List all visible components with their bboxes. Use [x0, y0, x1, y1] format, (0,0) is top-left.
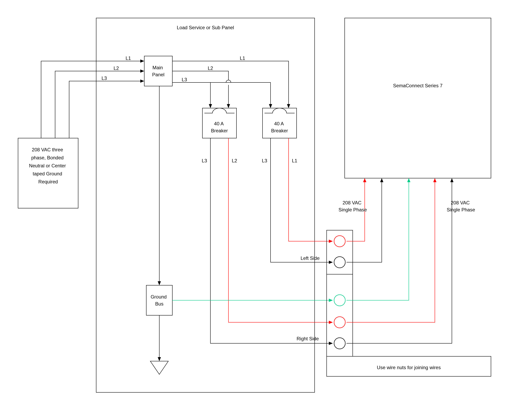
wire-mp-L3-right: [172, 82, 271, 105]
breaker-1: 40 A Breaker: [202, 108, 236, 138]
svg-text:40 A
    Breaker: 40 A Breaker: [271, 121, 288, 133]
terminal-3: [334, 295, 345, 306]
arrow-b2-L3-out: [329, 261, 333, 264]
ground-bus-label: Ground Bus: [151, 294, 168, 307]
wire-source-L1: [41, 61, 141, 138]
arrow-b2-right: [287, 104, 290, 108]
semaconnect-title: SemaConnect Series 7: [393, 83, 443, 88]
arrow-t3-dev: [407, 178, 410, 182]
right-side-label: Right Side: [297, 336, 319, 341]
label-L2-in: L2: [114, 66, 119, 71]
wire-nuts-label: Use wire nuts for joining wires: [377, 365, 441, 370]
wire-mp-L2-hop: [226, 80, 231, 82]
wire-b2-L3: [271, 138, 330, 262]
arrow-b1-right: [227, 104, 230, 108]
arrow-ground-earth: [158, 357, 161, 361]
label-b2-L3-out: L3: [262, 158, 267, 163]
label-b1-L3-out: L3: [202, 158, 207, 163]
breaker-2: 40 A Breaker: [263, 108, 297, 138]
label-mp-L2: L2: [208, 66, 213, 71]
device-input2-label: 208 VAC Single Phase: [447, 200, 475, 212]
sub-panel-box: [96, 18, 315, 392]
earth-symbol: [150, 361, 168, 374]
terminal-strip: Left Side Right Side: [297, 230, 353, 356]
semaconnect-box: [345, 18, 491, 178]
ground-bus-box: [146, 285, 172, 315]
arrow-b1-L3-out: [329, 342, 333, 345]
wire-mp-L1: [172, 61, 289, 105]
wiring-diagram: Load Service or Sub Panel SemaConnect Se…: [0, 0, 511, 420]
arrow-t2-dev: [380, 178, 383, 182]
device-input1-label: 208 VAC Single Phase: [339, 200, 367, 212]
wire-t2-device: [347, 181, 382, 262]
label-L1-in: L1: [126, 55, 131, 61]
arrow-ground-in: [158, 281, 161, 285]
label-mp-L1: L1: [240, 55, 245, 61]
arrow-t4-dev: [433, 178, 436, 182]
arrow-L2-in: [140, 69, 144, 73]
main-panel-box: [144, 56, 172, 86]
arrow-t5-dev: [450, 178, 454, 182]
wire-mp-L2a: [172, 71, 228, 80]
wire-t3-device: [347, 181, 409, 300]
arrow-b1-L2-out: [329, 321, 333, 324]
wire-source-L3: [69, 81, 141, 138]
terminal-1: [334, 236, 345, 247]
arrow-L1-in: [140, 60, 144, 63]
source-label: 208 VAC three phase, Bonded Neutral or C…: [29, 147, 67, 184]
arrow-b2-left: [269, 104, 272, 108]
arrow-t1-dev: [363, 178, 366, 182]
arrow-b2-L1-out: [329, 240, 333, 243]
label-mp-L3: L3: [182, 77, 187, 82]
label-L3-in: L3: [102, 75, 107, 81]
terminal-2: [334, 257, 345, 268]
label-b2-L1-out: L1: [292, 158, 297, 163]
terminal-5: [334, 338, 345, 349]
arrow-ground-out: [329, 299, 333, 302]
svg-text:40 A
    Breaker: 40 A Breaker: [211, 121, 228, 133]
svg-rect-4: [327, 230, 353, 356]
arrow-b1-left: [209, 104, 212, 108]
label-b1-L2-out: L2: [232, 158, 237, 163]
main-panel-label: Main Panel: [152, 65, 164, 77]
wire-b2-L1: [289, 138, 330, 241]
terminal-4: [334, 317, 345, 328]
left-side-label: Left Side: [301, 255, 320, 261]
arrow-L3-in: [140, 79, 144, 83]
panel-title: Load Service or Sub Panel: [177, 25, 234, 30]
